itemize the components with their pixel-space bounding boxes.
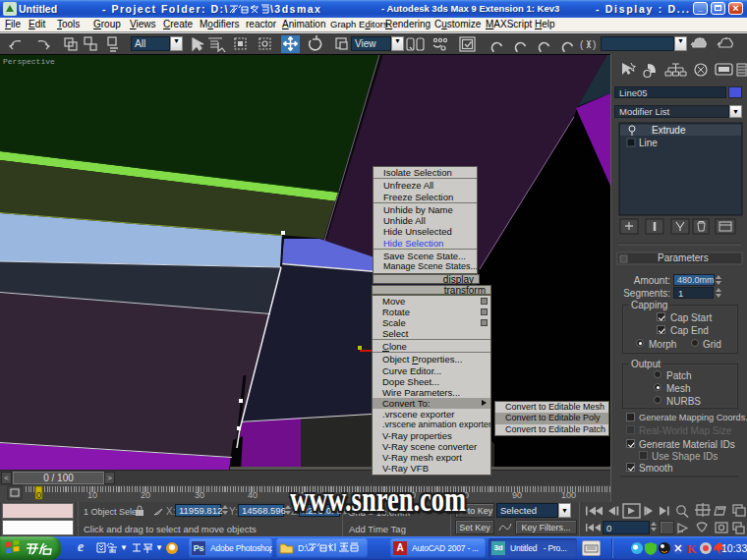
svg-text:Perspective: Perspective [3, 57, 55, 66]
svg-text:(: ( [580, 39, 584, 50]
svg-text:K: K [687, 542, 697, 555]
svg-text:Extrude: Extrude [652, 125, 686, 136]
svg-text:0: 0 [36, 490, 41, 500]
svg-text:Line: Line [639, 138, 658, 148]
svg-text:20: 20 [141, 490, 150, 500]
svg-text:30: 30 [195, 490, 204, 500]
svg-text:Parameters: Parameters [658, 252, 709, 263]
svg-text:100: 100 [561, 490, 576, 500]
svg-text:40: 40 [248, 490, 258, 500]
svg-text:): ) [593, 39, 596, 50]
svg-text:90: 90 [512, 490, 522, 500]
svg-text:10: 10 [87, 490, 97, 500]
